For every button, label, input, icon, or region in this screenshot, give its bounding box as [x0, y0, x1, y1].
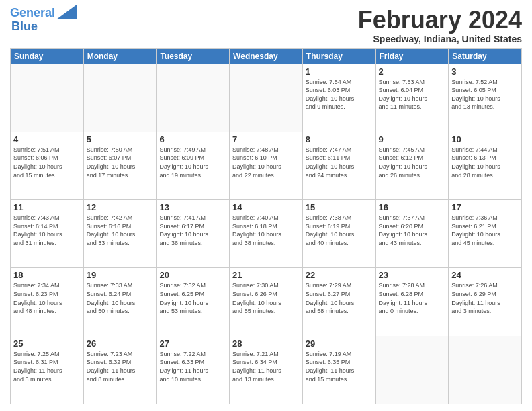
day-number: 25	[13, 338, 81, 349]
day-info: Sunrise: 7:43 AM Sunset: 6:14 PM Dayligh…	[13, 214, 81, 247]
day-number: 9	[379, 134, 446, 144]
calendar-cell: 22Sunrise: 7:29 AM Sunset: 6:27 PM Dayli…	[302, 268, 375, 336]
day-info: Sunrise: 7:47 AM Sunset: 6:11 PM Dayligh…	[306, 146, 373, 179]
day-number: 12	[87, 202, 154, 212]
calendar-cell: 9Sunrise: 7:45 AM Sunset: 6:12 PM Daylig…	[375, 132, 449, 199]
calendar-week-1: 1Sunrise: 7:54 AM Sunset: 6:03 PM Daylig…	[11, 64, 522, 132]
day-number: 14	[232, 202, 300, 212]
day-info: Sunrise: 7:42 AM Sunset: 6:16 PM Dayligh…	[87, 214, 154, 247]
day-info: Sunrise: 7:41 AM Sunset: 6:17 PM Dayligh…	[159, 214, 226, 247]
day-number: 15	[306, 202, 373, 212]
day-info: Sunrise: 7:52 AM Sunset: 6:05 PM Dayligh…	[451, 78, 519, 111]
day-number: 18	[13, 270, 81, 280]
day-header-tuesday: Tuesday	[157, 48, 230, 64]
calendar-table: SundayMondayTuesdayWednesdayThursdayFrid…	[10, 48, 522, 404]
day-info: Sunrise: 7:29 AM Sunset: 6:27 PM Dayligh…	[306, 281, 373, 315]
day-info: Sunrise: 7:44 AM Sunset: 6:13 PM Dayligh…	[451, 146, 519, 179]
day-info: Sunrise: 7:37 AM Sunset: 6:20 PM Dayligh…	[379, 214, 446, 247]
day-info: Sunrise: 7:26 AM Sunset: 6:29 PM Dayligh…	[451, 281, 519, 315]
logo-icon	[56, 5, 77, 19]
calendar-cell: 20Sunrise: 7:32 AM Sunset: 6:25 PM Dayli…	[157, 268, 230, 336]
calendar-cell: 28Sunrise: 7:21 AM Sunset: 6:34 PM Dayli…	[230, 336, 303, 404]
day-info: Sunrise: 7:19 AM Sunset: 6:35 PM Dayligh…	[306, 350, 373, 383]
day-info: Sunrise: 7:48 AM Sunset: 6:10 PM Dayligh…	[232, 146, 300, 179]
day-number: 24	[451, 270, 519, 280]
day-number: 7	[232, 134, 300, 144]
calendar-cell: 13Sunrise: 7:41 AM Sunset: 6:17 PM Dayli…	[157, 200, 230, 268]
day-info: Sunrise: 7:54 AM Sunset: 6:03 PM Dayligh…	[306, 78, 373, 111]
calendar-cell: 11Sunrise: 7:43 AM Sunset: 6:14 PM Dayli…	[11, 200, 84, 268]
calendar-cell: 25Sunrise: 7:25 AM Sunset: 6:31 PM Dayli…	[11, 336, 84, 404]
month-title: February 2024	[358, 7, 522, 34]
day-info: Sunrise: 7:50 AM Sunset: 6:07 PM Dayligh…	[87, 146, 154, 179]
day-number: 16	[379, 202, 446, 212]
title-block: February 2024 Speedway, Indiana, United …	[358, 7, 522, 44]
day-info: Sunrise: 7:25 AM Sunset: 6:31 PM Dayligh…	[13, 350, 81, 383]
day-info: Sunrise: 7:22 AM Sunset: 6:33 PM Dayligh…	[159, 350, 226, 383]
day-header-saturday: Saturday	[449, 48, 522, 64]
calendar-week-4: 18Sunrise: 7:34 AM Sunset: 6:23 PM Dayli…	[11, 268, 522, 336]
calendar-cell: 23Sunrise: 7:28 AM Sunset: 6:28 PM Dayli…	[375, 268, 449, 336]
day-number: 19	[87, 270, 154, 280]
day-number: 27	[159, 338, 226, 349]
day-number: 13	[159, 202, 226, 212]
day-info: Sunrise: 7:34 AM Sunset: 6:23 PM Dayligh…	[13, 281, 81, 315]
day-number: 1	[306, 66, 373, 77]
calendar-cell: 1Sunrise: 7:54 AM Sunset: 6:03 PM Daylig…	[302, 64, 375, 132]
logo: General Blue	[10, 7, 77, 34]
day-info: Sunrise: 7:51 AM Sunset: 6:06 PM Dayligh…	[13, 146, 81, 179]
day-info: Sunrise: 7:28 AM Sunset: 6:28 PM Dayligh…	[379, 281, 446, 315]
day-info: Sunrise: 7:40 AM Sunset: 6:18 PM Dayligh…	[232, 214, 300, 247]
calendar-cell: 10Sunrise: 7:44 AM Sunset: 6:13 PM Dayli…	[449, 132, 522, 199]
calendar-cell: 14Sunrise: 7:40 AM Sunset: 6:18 PM Dayli…	[230, 200, 303, 268]
calendar-cell: 2Sunrise: 7:53 AM Sunset: 6:04 PM Daylig…	[375, 64, 449, 132]
day-number: 6	[159, 134, 226, 144]
calendar-cell: 26Sunrise: 7:23 AM Sunset: 6:32 PM Dayli…	[83, 336, 157, 404]
day-number: 3	[451, 66, 519, 77]
calendar-cell	[157, 64, 230, 132]
calendar-cell: 3Sunrise: 7:52 AM Sunset: 6:05 PM Daylig…	[449, 64, 522, 132]
day-number: 8	[306, 134, 373, 144]
day-number: 10	[451, 134, 519, 144]
day-info: Sunrise: 7:49 AM Sunset: 6:09 PM Dayligh…	[159, 146, 226, 179]
day-header-friday: Friday	[375, 48, 449, 64]
calendar-week-3: 11Sunrise: 7:43 AM Sunset: 6:14 PM Dayli…	[11, 200, 522, 268]
calendar-cell: 24Sunrise: 7:26 AM Sunset: 6:29 PM Dayli…	[449, 268, 522, 336]
calendar-week-2: 4Sunrise: 7:51 AM Sunset: 6:06 PM Daylig…	[11, 132, 522, 199]
calendar-cell	[375, 336, 449, 404]
svg-marker-0	[56, 5, 77, 19]
day-number: 20	[159, 270, 226, 280]
day-number: 22	[306, 270, 373, 280]
calendar-cell	[11, 64, 84, 132]
calendar-cell: 12Sunrise: 7:42 AM Sunset: 6:16 PM Dayli…	[83, 200, 157, 268]
day-header-wednesday: Wednesday	[230, 48, 303, 64]
calendar-cell: 5Sunrise: 7:50 AM Sunset: 6:07 PM Daylig…	[83, 132, 157, 199]
calendar-week-5: 25Sunrise: 7:25 AM Sunset: 6:31 PM Dayli…	[11, 336, 522, 404]
calendar-cell	[449, 336, 522, 404]
day-header-thursday: Thursday	[302, 48, 375, 64]
day-info: Sunrise: 7:21 AM Sunset: 6:34 PM Dayligh…	[232, 350, 300, 383]
day-info: Sunrise: 7:45 AM Sunset: 6:12 PM Dayligh…	[379, 146, 446, 179]
day-number: 5	[87, 134, 154, 144]
day-number: 23	[379, 270, 446, 280]
day-header-monday: Monday	[83, 48, 157, 64]
calendar-cell	[230, 64, 303, 132]
day-info: Sunrise: 7:38 AM Sunset: 6:19 PM Dayligh…	[306, 214, 373, 247]
day-number: 29	[306, 338, 373, 349]
header: General Blue February 2024 Speedway, Ind…	[10, 7, 522, 44]
day-info: Sunrise: 7:30 AM Sunset: 6:26 PM Dayligh…	[232, 281, 300, 315]
calendar-cell: 6Sunrise: 7:49 AM Sunset: 6:09 PM Daylig…	[157, 132, 230, 199]
calendar-cell: 4Sunrise: 7:51 AM Sunset: 6:06 PM Daylig…	[11, 132, 84, 199]
calendar-cell	[83, 64, 157, 132]
day-info: Sunrise: 7:33 AM Sunset: 6:24 PM Dayligh…	[87, 281, 154, 315]
day-number: 2	[379, 66, 446, 77]
calendar-header-row: SundayMondayTuesdayWednesdayThursdayFrid…	[11, 48, 522, 64]
calendar-cell: 27Sunrise: 7:22 AM Sunset: 6:33 PM Dayli…	[157, 336, 230, 404]
day-number: 26	[87, 338, 154, 349]
logo-text2: Blue	[11, 20, 38, 34]
day-info: Sunrise: 7:23 AM Sunset: 6:32 PM Dayligh…	[87, 350, 154, 383]
day-number: 21	[232, 270, 300, 280]
calendar-cell: 18Sunrise: 7:34 AM Sunset: 6:23 PM Dayli…	[11, 268, 84, 336]
day-header-sunday: Sunday	[11, 48, 84, 64]
calendar-cell: 8Sunrise: 7:47 AM Sunset: 6:11 PM Daylig…	[302, 132, 375, 199]
